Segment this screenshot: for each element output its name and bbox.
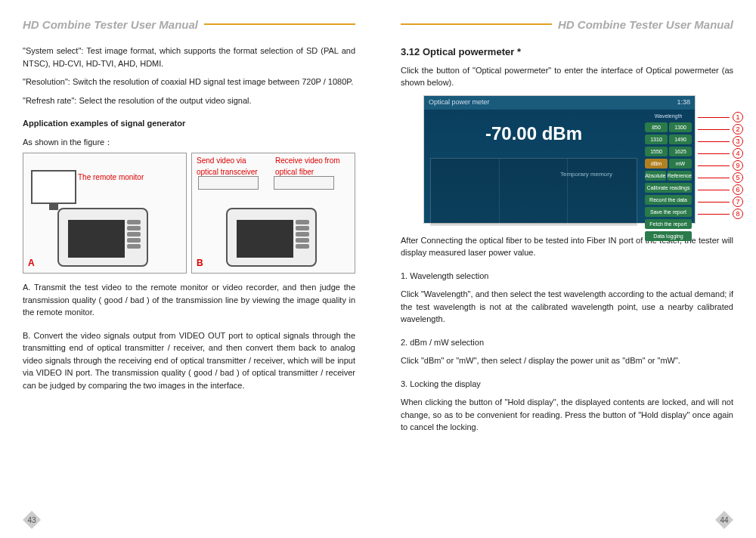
diagram-label-b: B [197,256,203,270]
unit-row[interactable]: dBmmW [645,159,692,169]
para-resolution: "Resolution": Switch the resolution of c… [23,76,355,88]
tester-screen-b [237,220,293,258]
page-number-text: 43 [27,516,36,524]
content-left: "System select": Test image format, whic… [23,45,355,391]
opm-screenshot: Optical power meter 1:38 -70.00 dBm Temp… [423,95,696,224]
fetch-report-button[interactable]: Fetch the report [645,219,692,229]
section-title-opm: 3.12 Optical powermeter * [401,45,733,60]
opm-chart-grid [430,158,637,226]
opm-time: 1:38 [677,97,690,108]
tester-screen [68,220,125,258]
recv-video-label: Receive video from optical fiber [275,155,343,178]
diagram-a: The remote monitor A [23,153,187,274]
callout-8: 8 [698,209,743,219]
remote-monitor-label: The remote monitor [78,172,144,183]
callout-9: 9 [698,161,743,171]
s3-body: When clicking the button of "Hold displa… [401,396,733,434]
subsection-wavelength: 1. Wavelength selection Click "Wavelengt… [401,270,733,326]
send-video-label: Send video via optical transceiver [197,155,265,178]
callout-7: 7 [698,197,743,207]
app-examples-title: Application examples of signal generator [23,117,355,130]
monitor-icon [31,170,76,204]
wavelength-row-2[interactable]: 13101490 [645,134,692,144]
s2-body: Click "dBm" or "mW", then select / displ… [401,354,733,367]
callout-5: 5 [698,173,743,183]
content-right: 3.12 Optical powermeter * Click the butt… [401,45,733,434]
page-number-left: 43 [23,511,41,529]
subsection-unit: 2. dBm / mW selection Click "dBm" or "mW… [401,336,733,367]
callout-6: 6 [698,185,743,195]
monitor-stand [49,204,58,210]
s3-title: 3. Locking the display [401,378,733,391]
opm-window-title: Optical power meter [429,97,490,108]
para-a: A. Transmit the test video to the remote… [23,281,355,319]
transceiver-send [198,176,259,190]
tester-buttons-b [296,220,312,250]
opm-main-area: -70.00 dBm Temporary memory [424,110,643,226]
header-right: HD Combine Tester User Manual [401,15,733,33]
diagram-label-a: A [28,256,35,270]
header-title: HD Combine Tester User Manual [23,18,198,31]
para-b: B. Convert the video signals output from… [23,329,355,392]
callouts: 1 2 3 4 9 5 6 7 8 [698,113,743,219]
opm-intro: Click the button of "Optical powermeter"… [401,64,733,89]
subsection-lock: 3. Locking the display When clicking the… [401,378,733,434]
opm-reading: -70.00 dBm [424,110,643,158]
s2-title: 2. dBm / mW selection [401,336,733,349]
s1-title: 1. Wavelength selection [401,270,733,283]
record-data-button[interactable]: Record the data [645,195,692,205]
opm-window-header: Optical power meter 1:38 [424,96,695,110]
tester-device-a [57,208,148,267]
header-rule [204,23,355,25]
header-rule-r [401,23,552,25]
opm-temp-memory-label: Temporary memory [560,170,612,179]
callout-3: 3 [698,137,743,147]
callout-2: 2 [698,125,743,134]
mode-row[interactable]: AbsoluteReference [645,171,692,181]
tester-device-b [226,208,317,267]
tester-buttons [127,220,144,250]
header-title-r: HD Combine Tester User Manual [558,18,733,31]
page-left: HD Combine Tester User Manual "System se… [0,0,378,538]
page-right: HD Combine Tester User Manual 3.12 Optic… [378,0,756,538]
page-number-right: 44 [715,511,733,529]
para-refresh-rate: "Refresh rate": Select the resolution of… [23,94,355,107]
diagram-b: Send video via optical transceiver Recei… [191,153,355,274]
save-report-button[interactable]: Save the report [645,207,692,217]
opm-side-panel: Wavelength 8501300 13101490 15501625 dBm… [645,113,692,241]
wavelength-row-3[interactable]: 15501625 [645,147,692,156]
callout-4: 4 [698,149,743,159]
app-examples-intro: As shown in the figure： [23,136,355,149]
para-system-select: "System select": Test image format, whic… [23,45,355,70]
transceiver-recv [274,176,334,190]
data-logging-button[interactable]: Data logging [645,231,692,241]
header-left: HD Combine Tester User Manual [23,15,355,33]
calibrate-button[interactable]: Calibrate readings [645,183,692,193]
wavelength-row-1[interactable]: 8501300 [645,122,692,132]
diagram-row: The remote monitor A Send video via opti… [23,153,355,274]
callout-1: 1 [698,113,743,122]
s1-body: Click "Wavelength", and then select the … [401,288,733,326]
page-number-text-r: 44 [720,516,728,524]
wavelength-label: Wavelength [645,113,692,120]
